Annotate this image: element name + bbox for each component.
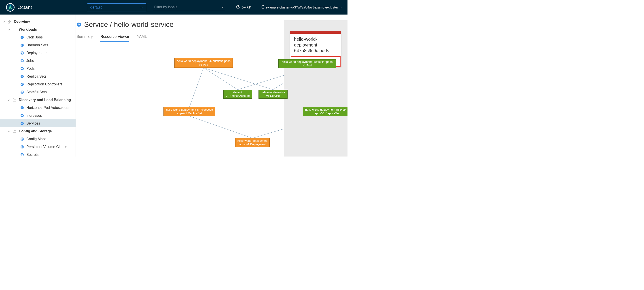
svg-point-19 <box>20 83 24 86</box>
svg-point-18 <box>22 76 23 77</box>
resource-icon <box>20 114 24 118</box>
graph-node-subtitle: v1 ServiceAccount <box>226 94 250 98</box>
svg-line-44 <box>238 68 284 90</box>
detail-title: hello-world-deployment-647b8c9c9c pods <box>290 34 341 55</box>
svg-point-16 <box>20 75 24 78</box>
resource-icon <box>20 90 24 94</box>
chevron-down-icon <box>222 5 224 9</box>
resource-icon <box>20 74 24 78</box>
graph-node[interactable]: hello-world-deployment-85ff4cf44f podsv1… <box>278 59 336 68</box>
sidebar: Overview Workloads Cron Jobs Daemon Sets… <box>0 14 76 156</box>
theme-toggle[interactable]: DARK <box>236 5 252 10</box>
sidebar-section-discovery[interactable]: Discovery and Load Balancing <box>0 96 76 104</box>
graph-node-title: hello-world-deployment-85ff4cf44f <box>305 108 348 112</box>
sidebar-item-secrets[interactable]: Secrets <box>0 151 76 156</box>
svg-line-43 <box>190 68 204 107</box>
sidebar-item-services[interactable]: Services <box>0 120 76 127</box>
tab-summary[interactable]: Summary <box>76 32 93 42</box>
header: Octant default Filter by labels DARK exa… <box>0 0 348 14</box>
chevron-down-icon <box>8 28 10 31</box>
svg-line-45 <box>273 68 284 90</box>
sidebar-item-deployments[interactable]: Deployments <box>0 49 76 57</box>
svg-rect-36 <box>22 154 23 156</box>
sidebar-section-config[interactable]: Config and Storage <box>0 127 76 135</box>
svg-point-17 <box>21 76 22 76</box>
resource-icon <box>20 43 24 47</box>
sidebar-item-label: Stateful Sets <box>26 90 47 94</box>
graph-node[interactable]: defaultv1 ServiceAccount <box>224 90 252 98</box>
resource-graph[interactable]: hello-world-deployment-647b8c9c9c podsv1… <box>76 42 284 156</box>
sidebar-item-pvc[interactable]: Persistent Volume Claims <box>0 143 76 151</box>
graph-node[interactable]: hello-world-deployment-647b8c9c9capps/v1… <box>164 107 215 116</box>
sidebar-item-daemon-sets[interactable]: Daemon Sets <box>0 41 76 49</box>
graph-node-subtitle: v1 Service <box>266 94 280 98</box>
theme-label: DARK <box>242 6 252 9</box>
sidebar-item-overview[interactable]: Overview <box>0 18 76 26</box>
namespace-selected-value: default <box>90 5 102 10</box>
svg-rect-3 <box>262 6 264 9</box>
detail-panel: hello-world-deployment-647b8c9c9c pods <box>284 20 348 156</box>
sidebar-item-label: Overview <box>14 20 30 24</box>
svg-rect-14 <box>22 60 23 62</box>
sidebar-item-label: Services <box>26 122 40 126</box>
graph-node-title: hello-world-service <box>261 90 285 94</box>
graph-node[interactable]: hello-world-servicev1 Service <box>258 90 288 98</box>
svg-rect-7 <box>8 22 10 23</box>
svg-rect-23 <box>22 92 23 92</box>
sidebar-item-replica-sets[interactable]: Replica Sets <box>0 72 76 80</box>
sidebar-item-stateful-sets[interactable]: Stateful Sets <box>0 88 76 96</box>
main: Service / hello-world-service Summary Re… <box>76 14 348 156</box>
svg-rect-10 <box>21 38 23 38</box>
graph-node[interactable]: hello-world-deploymentapps/v1 Deployment <box>235 138 270 147</box>
graph-node[interactable]: hello-world-deployment-85ff4cf44fapps/v1… <box>303 107 348 116</box>
sidebar-item-label: Jobs <box>26 59 34 63</box>
svg-point-31 <box>20 138 24 141</box>
graph-node[interactable]: hello-world-deployment-647b8c9c9c podsv1… <box>174 58 233 68</box>
sidebar-item-replication-controllers[interactable]: Replication Controllers <box>0 80 76 88</box>
sidebar-section-workloads[interactable]: Workloads <box>0 26 76 33</box>
svg-marker-37 <box>77 22 81 27</box>
svg-line-41 <box>204 68 238 90</box>
graph-node-subtitle: apps/v1 ReplicaSet <box>177 112 202 115</box>
sidebar-item-label: Secrets <box>26 153 38 157</box>
tab-yaml[interactable]: YAML <box>137 32 147 42</box>
svg-point-8 <box>20 36 24 39</box>
svg-point-12 <box>20 52 24 54</box>
sidebar-section-label: Config and Storage <box>19 129 52 133</box>
chevron-down-icon <box>8 98 10 101</box>
sidebar-item-config-maps[interactable]: Config Maps <box>0 135 76 143</box>
sidebar-item-label: Ingresses <box>26 114 42 118</box>
resource-icon <box>20 67 24 71</box>
sidebar-section-label: Workloads <box>19 28 37 32</box>
sidebar-item-pods[interactable]: Pods <box>0 64 76 72</box>
sidebar-item-label: Horizontal Pod Autoscalers <box>26 106 69 110</box>
resource-icon <box>20 106 24 110</box>
cluster-selector[interactable]: example-cluster-ka3TuTzYo4a@example-clus… <box>262 5 342 10</box>
chevron-down-icon <box>3 20 5 23</box>
tabs: Summary Resource Viewer YAML <box>76 32 284 42</box>
svg-rect-6 <box>10 20 11 22</box>
namespace-select[interactable]: default <box>87 3 146 12</box>
resource-icon <box>20 35 24 39</box>
svg-line-47 <box>190 116 252 138</box>
sidebar-item-label: Replication Controllers <box>26 82 62 86</box>
graph-node-title: hello-world-deployment-647b8c9c9c pods <box>177 59 230 63</box>
resource-icon <box>20 137 24 141</box>
app-title: Octant <box>18 4 32 10</box>
sidebar-section-label: Discovery and Load Balancing <box>19 98 71 102</box>
chevron-down-icon <box>8 130 10 132</box>
svg-point-2 <box>10 4 11 6</box>
sidebar-item-jobs[interactable]: Jobs <box>0 57 76 64</box>
sidebar-item-label: Pods <box>26 67 34 71</box>
resource-icon <box>20 51 24 55</box>
tab-resource-viewer[interactable]: Resource Viewer <box>100 32 129 42</box>
service-icon <box>76 22 82 27</box>
svg-line-42 <box>204 68 273 90</box>
sidebar-item-hpa[interactable]: Horizontal Pod Autoscalers <box>0 104 76 112</box>
sidebar-item-cron-jobs[interactable]: Cron Jobs <box>0 33 76 41</box>
svg-point-27 <box>20 122 24 125</box>
filter-placeholder: Filter by labels <box>154 5 177 9</box>
sidebar-item-ingresses[interactable]: Ingresses <box>0 112 76 120</box>
app-logo-icon <box>6 3 15 12</box>
filter-by-labels-input[interactable]: Filter by labels <box>153 4 226 11</box>
